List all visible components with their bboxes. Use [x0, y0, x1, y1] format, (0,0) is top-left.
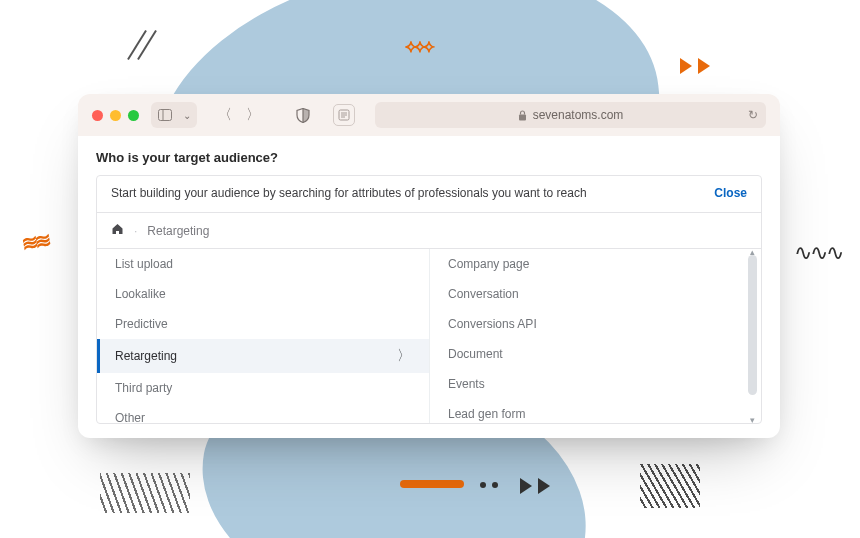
- option-label: Retargeting: [115, 349, 177, 363]
- scroll-track: ▴ ▾: [750, 249, 759, 423]
- audience-panel: Start building your audience by searchin…: [96, 175, 762, 424]
- page-heading: Who is your target audience?: [96, 150, 762, 165]
- option-label: Other: [115, 411, 145, 423]
- audience-option-list-upload[interactable]: List upload: [97, 249, 429, 279]
- reader-icon: [338, 109, 350, 121]
- lock-icon: [518, 110, 527, 121]
- decorative-hatching-bottom-left: [100, 473, 190, 513]
- option-label: Predictive: [115, 317, 168, 331]
- audience-option-lookalike[interactable]: Lookalike: [97, 279, 429, 309]
- option-label: Lead gen form: [448, 407, 525, 421]
- category-column-left: List uploadLookalikePredictiveRetargetin…: [97, 249, 429, 423]
- option-label: Events: [448, 377, 485, 391]
- decorative-lines-top-left: [130, 28, 172, 58]
- home-icon[interactable]: [111, 223, 124, 238]
- browser-window: ⌄ 〈 〉 sevenatoms.com ↻ Who is your targe…: [78, 94, 780, 438]
- decorative-bar-orange: [400, 480, 464, 488]
- audience-option-company-page[interactable]: Company page: [430, 249, 761, 279]
- audience-option-third-party[interactable]: Third party: [97, 373, 429, 403]
- sidebar-dropdown-button[interactable]: ⌄: [179, 104, 195, 126]
- audience-option-events[interactable]: Events: [430, 369, 761, 399]
- decorative-dots-bottom: [480, 482, 498, 488]
- option-label: Company page: [448, 257, 529, 271]
- decorative-triangles-top-right: [680, 58, 710, 74]
- shield-icon: [296, 108, 310, 123]
- traffic-lights: [92, 110, 139, 121]
- close-link[interactable]: Close: [714, 186, 747, 200]
- svg-rect-6: [519, 114, 526, 120]
- panel-prompt: Start building your audience by searchin…: [111, 186, 587, 200]
- back-button[interactable]: 〈: [213, 104, 237, 126]
- browser-toolbar: ⌄ 〈 〉 sevenatoms.com ↻: [78, 94, 780, 136]
- scroll-down-arrow[interactable]: ▾: [748, 415, 757, 424]
- audience-option-lead-gen-form[interactable]: Lead gen form: [430, 399, 761, 423]
- columns-container: List uploadLookalikePredictiveRetargetin…: [97, 249, 761, 423]
- sidebar-toggle-button[interactable]: [153, 104, 177, 126]
- decorative-squiggle-orange-top: ⟡⟡⟡: [405, 36, 432, 57]
- maximize-window-button[interactable]: [128, 110, 139, 121]
- scrollbar-thumb[interactable]: [748, 255, 757, 395]
- audience-option-conversation[interactable]: Conversation: [430, 279, 761, 309]
- decorative-squiggle-orange-left: ≋≋: [20, 228, 50, 256]
- forward-button[interactable]: 〉: [241, 104, 265, 126]
- breadcrumb-current: Retargeting: [147, 224, 209, 238]
- option-label: Document: [448, 347, 503, 361]
- option-label: Lookalike: [115, 287, 166, 301]
- audience-option-retargeting[interactable]: Retargeting〉: [97, 339, 429, 373]
- address-bar-url: sevenatoms.com: [533, 108, 624, 122]
- decorative-zigzag-right: ∿∿∿: [794, 240, 842, 265]
- svg-rect-0: [159, 110, 172, 121]
- audience-option-other[interactable]: Other: [97, 403, 429, 423]
- option-label: Third party: [115, 381, 172, 395]
- sidebar-toggle-group: ⌄: [151, 102, 197, 128]
- option-label: Conversions API: [448, 317, 537, 331]
- panel-header: Start building your audience by searchin…: [97, 176, 761, 213]
- decorative-triangles-bottom: [520, 478, 550, 494]
- privacy-shield-button[interactable]: [291, 104, 315, 126]
- reader-mode-button[interactable]: [333, 104, 355, 126]
- chevron-right-icon: 〉: [397, 347, 411, 365]
- audience-option-conversions-api[interactable]: Conversions API: [430, 309, 761, 339]
- decorative-hatching-bottom-right: [640, 464, 700, 508]
- address-bar[interactable]: sevenatoms.com ↻: [375, 102, 766, 128]
- page-content: Who is your target audience? Start build…: [78, 136, 780, 424]
- option-label: List upload: [115, 257, 173, 271]
- nav-arrows: 〈 〉: [213, 104, 265, 126]
- close-window-button[interactable]: [92, 110, 103, 121]
- breadcrumb: · Retargeting: [97, 213, 761, 249]
- audience-option-document[interactable]: Document: [430, 339, 761, 369]
- minimize-window-button[interactable]: [110, 110, 121, 121]
- category-column-right: Company pageConversationConversions APID…: [429, 249, 761, 423]
- sidebar-icon: [158, 109, 172, 121]
- option-label: Conversation: [448, 287, 519, 301]
- breadcrumb-separator: ·: [134, 224, 137, 238]
- reload-button[interactable]: ↻: [748, 108, 758, 122]
- audience-option-predictive[interactable]: Predictive: [97, 309, 429, 339]
